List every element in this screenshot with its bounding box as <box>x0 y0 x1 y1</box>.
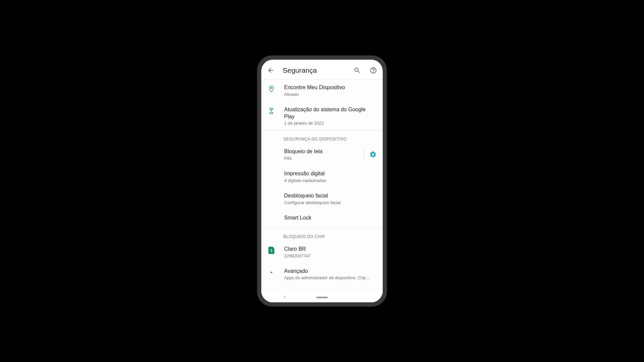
search-button[interactable] <box>353 66 361 74</box>
icon-spacer <box>267 149 275 157</box>
chevron-down-icon <box>267 268 275 277</box>
row-advanced[interactable]: Avançado Apps do administrador de dispos… <box>261 263 383 285</box>
system-nav-bar <box>261 292 383 302</box>
device-frame: Segurança Encontre Meu Dispositivo Ativa… <box>257 56 387 306</box>
help-button[interactable] <box>369 66 377 74</box>
back-button[interactable] <box>267 66 275 74</box>
device-screen: Segurança Encontre Meu Dispositivo Ativa… <box>261 60 383 302</box>
row-subtitle: Apps do administrador de dispositivo, Cr… <box>284 275 377 280</box>
row-title: Smart Lock <box>284 215 377 222</box>
row-text: Claro BR 22992037747 <box>284 246 377 258</box>
nav-back-button[interactable] <box>282 295 287 300</box>
row-screen-lock[interactable]: Bloqueio de tela PIN <box>261 143 383 166</box>
row-title: Claro BR <box>284 246 377 253</box>
row-text: Impressão digital 4 digitais cadastradas <box>284 170 377 183</box>
row-play-system-update[interactable]: Atualização do sistema do Google Play 1 … <box>261 102 383 131</box>
screen-lock-settings-button[interactable] <box>364 148 377 161</box>
row-text: Smart Lock <box>284 215 377 222</box>
sim-card-icon: 1 <box>267 246 275 254</box>
nav-home-pill[interactable] <box>316 297 328 298</box>
row-face-unlock[interactable]: Desbloqueio facial Configurar desbloquei… <box>261 188 383 210</box>
row-sim-carrier[interactable]: 1 Claro BR 22992037747 <box>261 241 383 263</box>
page-title: Segurança <box>283 66 345 74</box>
row-smart-lock[interactable]: Smart Lock <box>261 210 383 228</box>
row-title: Desbloqueio facial <box>284 192 377 199</box>
row-subtitle: PIN <box>284 156 360 161</box>
row-subtitle: 22992037747 <box>284 253 377 258</box>
row-text: Bloqueio de tela PIN <box>284 148 360 161</box>
row-subtitle: 1 de janeiro de 2022 <box>284 121 377 126</box>
search-icon <box>354 67 361 74</box>
row-title: Encontre Meu Dispositivo <box>284 84 377 91</box>
arrow-back-icon <box>267 67 274 74</box>
row-subtitle: Configurar desbloqueio facial <box>284 200 377 205</box>
icon-spacer <box>267 193 275 201</box>
chevron-left-icon <box>282 295 287 299</box>
sim-slot-badge: 1 <box>268 247 274 254</box>
row-text: Desbloqueio facial Configurar desbloquei… <box>284 192 377 205</box>
row-title: Avançado <box>284 268 377 275</box>
gear-icon <box>369 151 377 158</box>
app-bar: Segurança <box>261 60 383 79</box>
row-find-my-device[interactable]: Encontre Meu Dispositivo Ativado <box>261 79 383 102</box>
row-title: Bloqueio de tela <box>284 148 360 155</box>
row-title: Atualização do sistema do Google Play <box>284 106 377 120</box>
help-icon <box>370 67 377 74</box>
icon-spacer <box>267 171 275 179</box>
location-pin-icon <box>267 85 275 93</box>
svg-point-0 <box>271 87 272 88</box>
icon-spacer <box>267 215 275 223</box>
row-text: Atualização do sistema do Google Play 1 … <box>284 106 377 126</box>
settings-list[interactable]: Encontre Meu Dispositivo Ativado Atualiz… <box>261 79 383 292</box>
row-text: Avançado Apps do administrador de dispos… <box>284 268 377 281</box>
row-subtitle: Ativado <box>284 92 377 97</box>
row-text: Encontre Meu Dispositivo Ativado <box>284 84 377 97</box>
row-subtitle: 4 digitais cadastradas <box>284 178 377 183</box>
section-header-sim-lock: BLOQUEIO DO CHIP <box>261 228 383 241</box>
row-fingerprint[interactable]: Impressão digital 4 digitais cadastradas <box>261 166 383 188</box>
system-update-icon <box>267 107 275 115</box>
row-title: Impressão digital <box>284 170 377 177</box>
section-header-device-security: SEGURANÇA DO DISPOSITIVO <box>261 131 383 143</box>
